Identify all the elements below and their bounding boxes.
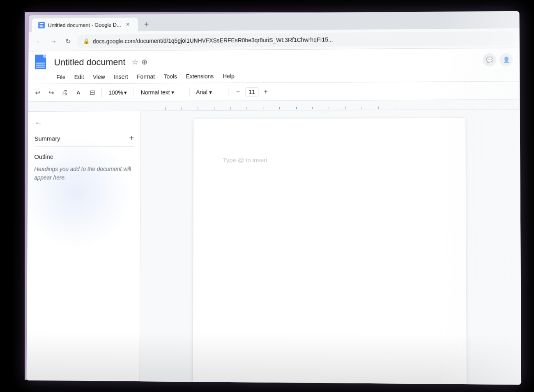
font-size-display[interactable]: 11 — [245, 87, 258, 96]
lock-icon: 🔒 — [83, 38, 90, 44]
toolbar-divider-3 — [189, 87, 189, 97]
outline-sidebar: ← Summary + Outline Headings you add to … — [26, 111, 141, 385]
toolbar-divider-1 — [101, 87, 102, 97]
font-selector[interactable]: Arial ▾ — [193, 87, 225, 97]
docs-logo — [35, 55, 49, 71]
ruler-mark-10 — [312, 107, 329, 109]
tab-close-button[interactable]: ✕ — [124, 21, 132, 28]
outline-empty-text: Headings you add to the document will ap… — [34, 165, 134, 182]
zoom-value: 100% — [108, 89, 123, 96]
summary-divider — [35, 146, 134, 147]
ruler-mark-4 — [214, 107, 230, 110]
ruler-mark-6 — [246, 107, 263, 110]
active-tab[interactable]: Untitled document - Google D... ✕ — [32, 18, 138, 32]
share-button[interactable]: 👤 — [499, 53, 513, 66]
zoom-dropdown-icon: ▾ — [124, 89, 127, 96]
docs-header: Untitled document ☆ ⊕ 💬 👤 File Edit View… — [28, 48, 520, 84]
undo-button[interactable]: ↩ — [32, 87, 44, 99]
url-text: docs.google.com/document/d/1q5gjoi1UNHVF… — [93, 36, 333, 44]
doc-page[interactable]: Type @ to insert — [193, 118, 467, 385]
ruler-mark-2 — [182, 107, 198, 110]
doc-main[interactable]: Type @ to insert — [140, 110, 521, 385]
menu-help[interactable]: Help — [219, 71, 238, 81]
toolbar: ↩ ↪ 🖨 A ⊟ 100% ▾ Normal text ▾ Arial ▾ − — [28, 82, 520, 102]
menu-file[interactable]: File — [53, 72, 70, 82]
browser-window: Untitled document - Google D... ✕ + ← → … — [26, 11, 521, 385]
menu-extensions[interactable]: Extensions — [182, 71, 218, 81]
doc-content-area: ← Summary + Outline Headings you add to … — [26, 110, 521, 385]
font-size-minus-button[interactable]: − — [232, 86, 244, 98]
title-actions: ☆ ⊕ — [132, 57, 147, 66]
back-button[interactable]: ← — [33, 36, 44, 47]
print-button[interactable]: 🖨 — [59, 87, 71, 99]
ruler-mark-15 — [395, 106, 411, 109]
outline-label: Outline — [34, 153, 134, 160]
ruler-mark-1 — [165, 107, 182, 110]
font-value: Arial — [196, 89, 207, 95]
ruler-mark-13 — [361, 106, 378, 109]
address-field[interactable]: 🔒 docs.google.com/document/d/1q5gjoi1UNH… — [77, 31, 515, 48]
summary-label: Summary — [35, 135, 60, 142]
comments-button[interactable]: 💬 — [483, 53, 496, 66]
forward-button[interactable]: → — [48, 36, 59, 47]
menu-view[interactable]: View — [89, 72, 109, 82]
menu-edit[interactable]: Edit — [70, 72, 88, 82]
ruler-mark-11 — [329, 107, 345, 109]
new-tab-button[interactable]: + — [140, 17, 154, 31]
star-icon[interactable]: ☆ — [132, 57, 138, 66]
address-bar-row: ← → ↻ 🔒 docs.google.com/document/d/1q5gj… — [29, 28, 520, 52]
ruler-mark-3 — [198, 107, 214, 110]
refresh-button[interactable]: ↻ — [62, 36, 73, 47]
docs-title-row: Untitled document ☆ ⊕ 💬 👤 — [35, 51, 513, 71]
summary-add-button[interactable]: + — [129, 133, 134, 143]
doc-placeholder: Type @ to insert — [223, 156, 435, 163]
header-right-icons: 💬 👤 — [483, 53, 513, 66]
document-title[interactable]: Untitled document — [54, 57, 126, 68]
style-value: Normal text — [141, 89, 170, 95]
toolbar-divider-2 — [134, 87, 134, 97]
menu-insert[interactable]: Insert — [110, 72, 132, 82]
toolbar-divider-4 — [228, 87, 229, 97]
spell-check-button[interactable]: A — [72, 87, 85, 99]
docs-area: Untitled document ☆ ⊕ 💬 👤 File Edit View… — [26, 48, 521, 385]
style-selector[interactable]: Normal text ▾ — [137, 87, 186, 97]
folder-plus-icon[interactable]: ⊕ — [142, 57, 148, 66]
ruler-mark-7 — [263, 107, 279, 109]
zoom-selector[interactable]: 100% ▾ — [105, 87, 131, 98]
font-size-plus-button[interactable]: + — [260, 86, 272, 97]
menu-bar: File Edit View Insert Format Tools Exten… — [35, 69, 513, 82]
ruler-mark-9 — [296, 107, 312, 109]
ruler-mark-12 — [345, 107, 361, 109]
ruler-mark-14 — [378, 106, 395, 109]
ruler-mark-8 — [279, 107, 296, 109]
menu-format[interactable]: Format — [133, 72, 159, 82]
redo-button[interactable]: ↪ — [45, 87, 57, 99]
sidebar-back-button[interactable]: ← — [35, 118, 134, 128]
ruler-mark-5 — [230, 107, 247, 110]
style-dropdown-icon: ▾ — [171, 89, 174, 95]
tab-title: Untitled document - Google D... — [48, 21, 121, 28]
summary-row: Summary + — [35, 133, 134, 143]
tab-favicon — [38, 22, 45, 28]
clone-formatting-button[interactable]: ⊟ — [86, 86, 98, 99]
font-dropdown-icon: ▾ — [209, 89, 212, 95]
menu-tools[interactable]: Tools — [160, 71, 181, 81]
